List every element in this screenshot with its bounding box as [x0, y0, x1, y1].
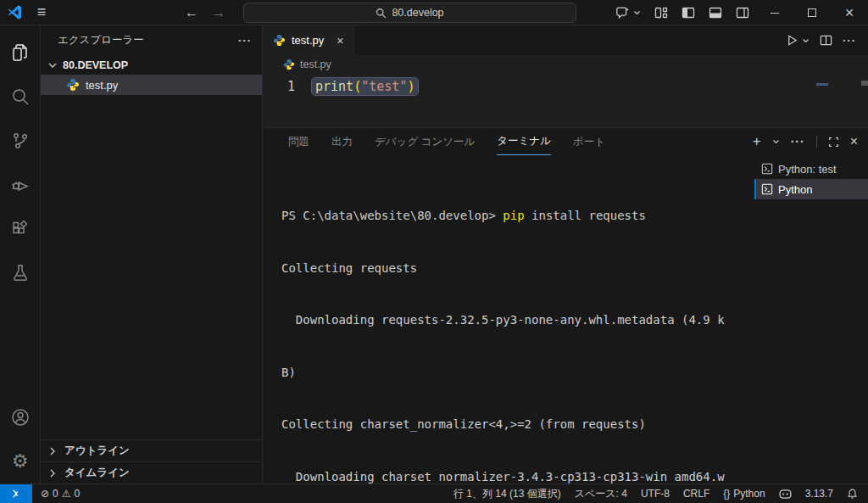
settings-button[interactable]: ⚙ — [0, 439, 41, 483]
code-line-1[interactable]: 1 print("test") — [263, 77, 868, 96]
bottom-panel: 問題 出力 デバッグ コンソール ターミナル ポート + ··· × PS C:… — [263, 127, 868, 483]
chevron-down-icon — [802, 37, 810, 44]
terminal-line: B) — [281, 364, 749, 382]
tab-test-py[interactable]: test.py × — [263, 25, 354, 55]
chevron-down-icon — [46, 59, 59, 72]
tab-terminal[interactable]: ターミナル — [497, 128, 551, 155]
terminal-list-item-python-test[interactable]: Python: test — [754, 159, 868, 179]
breadcrumb[interactable]: test.py — [263, 55, 868, 74]
maximize-panel-button[interactable] — [828, 137, 839, 148]
terminal-more-actions-button[interactable]: ··· — [791, 135, 805, 148]
bell-icon — [847, 488, 858, 500]
copilot-status[interactable] — [779, 489, 792, 499]
forward-button[interactable]: → — [212, 5, 225, 20]
language-mode-status[interactable]: {} Python — [723, 488, 765, 500]
split-editor-button[interactable] — [820, 34, 832, 47]
terminal-list-item-python[interactable]: Python — [754, 179, 868, 199]
tab-output[interactable]: 出力 — [331, 128, 353, 155]
terminal-line: Downloading charset_normalizer-3.4.3-cp3… — [281, 468, 749, 484]
command-center-search[interactable]: 80.develop — [243, 3, 576, 23]
file-label: test.py — [86, 79, 118, 92]
gear-icon: ⚙ — [12, 450, 29, 472]
cursor-position-status[interactable]: 行 1、列 14 (13 個選択) — [453, 487, 561, 501]
chevron-down-icon — [772, 138, 780, 145]
customize-layout-button[interactable] — [648, 0, 675, 25]
error-icon: ⊘ — [41, 488, 49, 500]
maximize-button[interactable] — [793, 0, 831, 25]
root-folder-row[interactable]: 80.DEVELOP — [41, 55, 262, 75]
eol-status[interactable]: CRLF — [683, 488, 709, 500]
history-navigation: ← → — [185, 5, 225, 20]
maximize-icon — [808, 8, 816, 17]
python-file-icon — [283, 59, 295, 70]
minimap-line-mark — [816, 83, 828, 86]
problems-status[interactable]: ⊘ 0 ⚠ 0 — [41, 488, 80, 500]
editor-actions: ··· — [786, 25, 868, 55]
close-panel-button[interactable]: × — [850, 134, 858, 149]
beaker-icon — [10, 263, 31, 283]
selected-code: print("test") — [312, 78, 418, 95]
activity-search-button[interactable] — [0, 75, 41, 119]
remote-indicator[interactable] — [0, 484, 32, 503]
editor-more-actions-button[interactable]: ··· — [843, 34, 856, 47]
timeline-label: タイムライン — [64, 466, 130, 480]
outline-label: アウトライン — [64, 444, 130, 458]
file-row-test-py[interactable]: test.py — [41, 75, 262, 95]
account-button[interactable] — [0, 395, 41, 439]
minimize-button[interactable]: ─ — [756, 0, 793, 25]
python-interpreter-status[interactable]: 3.13.7 — [805, 488, 833, 500]
encoding-status[interactable]: UTF-8 — [641, 488, 670, 500]
indentation-status[interactable]: スペース: 4 — [575, 487, 627, 501]
terminal-icon — [761, 183, 773, 195]
terminal-line: Collecting requests — [281, 260, 749, 277]
terminal-profile-dropdown[interactable] — [772, 138, 780, 145]
terminal-tabs-list: Python: test Python — [754, 159, 868, 199]
toggle-primary-sidebar-button[interactable] — [675, 0, 702, 25]
code-content: print("test") — [312, 77, 418, 96]
title-bar: ≡ ← → 80.develop — [0, 0, 868, 25]
editor-tab-bar: test.py × ··· — [263, 25, 868, 55]
run-debug-icon — [10, 175, 31, 195]
activity-source-control-button[interactable] — [0, 119, 41, 163]
tab-close-button[interactable]: × — [337, 34, 343, 48]
search-text: 80.develop — [392, 7, 443, 19]
warning-icon: ⚠ — [62, 488, 71, 500]
copilot-button[interactable] — [609, 0, 648, 25]
explorer-sidebar: エクスプローラー ··· 80.DEVELOP test.py アウトライン タ… — [41, 25, 263, 483]
back-button[interactable]: ← — [185, 5, 198, 20]
python-file-icon — [66, 78, 80, 92]
search-icon — [376, 8, 387, 19]
timeline-section[interactable]: タイムライン — [41, 461, 262, 483]
outline-section[interactable]: アウトライン — [41, 439, 262, 461]
tab-debug-console[interactable]: デバッグ コンソール — [375, 128, 475, 155]
notifications-button[interactable] — [847, 488, 858, 500]
breadcrumb-item[interactable]: test.py — [300, 59, 331, 70]
activity-run-debug-button[interactable] — [0, 163, 41, 207]
overview-ruler-mark — [861, 81, 868, 86]
new-terminal-button[interactable]: + — [753, 133, 761, 150]
line-number: 1 — [263, 77, 312, 96]
tab-problems[interactable]: 問題 — [288, 128, 309, 155]
sidebar-more-actions-button[interactable]: ··· — [238, 34, 252, 47]
warning-count: 0 — [75, 488, 81, 500]
toggle-panel-button[interactable] — [702, 0, 729, 25]
activity-explorer-button[interactable] — [0, 31, 41, 75]
activity-extensions-button[interactable] — [0, 207, 41, 251]
files-icon — [10, 42, 31, 63]
terminal-output[interactable]: PS C:\data\website\80.develop> pip insta… — [281, 172, 749, 483]
run-python-file-button[interactable] — [786, 34, 810, 47]
terminal-line: Downloading requests-2.32.5-py3-none-any… — [281, 311, 749, 329]
remote-icon — [10, 488, 22, 500]
terminal-line: Collecting charset_normalizer<4,>=2 (fro… — [281, 416, 749, 433]
menu-icon[interactable]: ≡ — [29, 3, 54, 21]
toggle-secondary-sidebar-button[interactable] — [729, 0, 756, 25]
terminal-list-label: Python: test — [778, 163, 837, 176]
tab-ports[interactable]: ポート — [573, 128, 605, 155]
vscode-logo-icon — [0, 5, 29, 20]
title-bar-actions: ─ × — [609, 0, 868, 25]
chevron-right-icon — [46, 467, 59, 480]
tab-label: test.py — [292, 34, 324, 47]
activity-testing-button[interactable] — [0, 251, 41, 295]
sidebar-empty-space — [41, 95, 262, 439]
close-window-button[interactable]: × — [831, 0, 868, 25]
